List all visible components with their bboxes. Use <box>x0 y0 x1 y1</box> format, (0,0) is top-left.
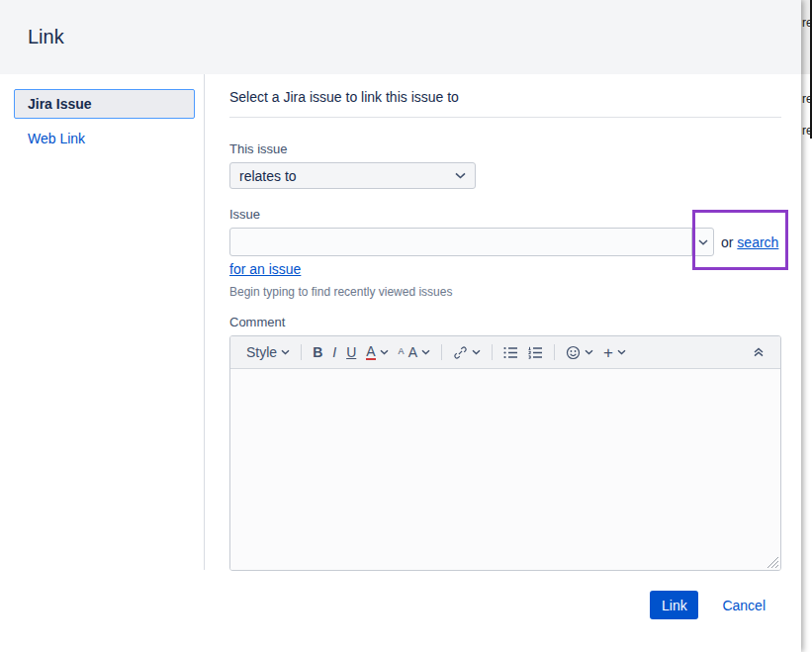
dialog-footer: Link Cancel <box>0 570 801 652</box>
comment-textarea[interactable] <box>230 369 780 570</box>
comment-label: Comment <box>229 315 781 329</box>
divider <box>229 117 781 118</box>
issue-dropdown-button[interactable] <box>691 229 713 255</box>
numbered-list-icon <box>528 346 543 359</box>
underline-button[interactable]: U <box>341 344 361 360</box>
issue-label: Issue <box>229 207 781 222</box>
or-text: or <box>721 234 737 250</box>
double-chevron-up-icon <box>753 347 765 357</box>
dialog-description: Select a Jira issue to link this issue t… <box>229 89 781 106</box>
toolbar-separator <box>301 344 302 360</box>
bullet-list-icon <box>503 346 518 359</box>
dialog-title: Link <box>28 26 64 48</box>
chevron-down-icon <box>455 172 466 179</box>
toolbar-separator <box>492 344 493 360</box>
numbered-list-button[interactable] <box>523 346 548 359</box>
comment-editor: Style B I U A <box>229 335 781 571</box>
editor-toolbar: Style B I U A <box>230 336 780 369</box>
italic-button[interactable]: I <box>327 344 341 360</box>
chevron-down-icon <box>585 349 593 355</box>
for-an-issue-link[interactable]: for an issue <box>229 261 301 277</box>
bold-button[interactable]: B <box>308 344 327 360</box>
sidebar-item-label: Web Link <box>28 131 85 146</box>
chevron-down-icon <box>380 349 389 355</box>
sidebar-item-label: Jira Issue <box>28 96 92 112</box>
chevron-down-icon <box>698 239 708 245</box>
style-label: Style <box>246 344 277 360</box>
link-type-select[interactable]: relates to <box>229 162 476 189</box>
sidebar-item-web-link[interactable]: Web Link <box>28 131 204 146</box>
font-style-small-label: A <box>399 346 405 356</box>
issue-input-wrap <box>229 228 714 256</box>
text-color-button[interactable]: A <box>361 344 393 360</box>
search-link[interactable]: search <box>737 234 778 250</box>
emoji-button[interactable] <box>561 345 598 360</box>
chevron-down-icon <box>281 349 290 355</box>
emoji-icon <box>566 345 581 360</box>
chevron-down-icon <box>472 349 481 355</box>
text-color-label: A <box>366 344 375 360</box>
link-type-value: relates to <box>239 168 297 184</box>
collapse-toolbar-button[interactable] <box>748 347 769 357</box>
resize-grip-icon[interactable] <box>767 557 778 568</box>
toolbar-separator <box>441 344 442 360</box>
dialog-content: Select a Jira issue to link this issue t… <box>205 74 801 570</box>
chevron-down-icon <box>421 349 430 355</box>
toolbar-separator <box>554 344 555 360</box>
sidebar-item-jira-issue[interactable]: Jira Issue <box>14 89 195 119</box>
dialog-sidebar: Jira Issue Web Link <box>0 74 205 570</box>
font-style-label: A <box>408 344 417 360</box>
font-style-button[interactable]: A A <box>394 344 435 360</box>
style-dropdown[interactable]: Style <box>241 344 295 360</box>
dialog-header: Link <box>0 0 801 74</box>
link-icon <box>453 345 468 360</box>
insert-link-button[interactable] <box>448 345 486 360</box>
link-dialog: Link Jira Issue Web Link Select a Jira i… <box>0 0 801 652</box>
issue-helper-text: Begin typing to find recently viewed iss… <box>229 285 781 299</box>
plus-icon: + <box>603 344 613 361</box>
insert-more-button[interactable]: + <box>598 344 631 361</box>
bullet-list-button[interactable] <box>498 346 523 359</box>
link-submit-button[interactable]: Link <box>650 591 698 619</box>
this-issue-label: This issue <box>229 141 781 156</box>
issue-input[interactable] <box>230 229 691 255</box>
chevron-down-icon <box>617 349 626 355</box>
cancel-button[interactable]: Cancel <box>722 598 766 613</box>
